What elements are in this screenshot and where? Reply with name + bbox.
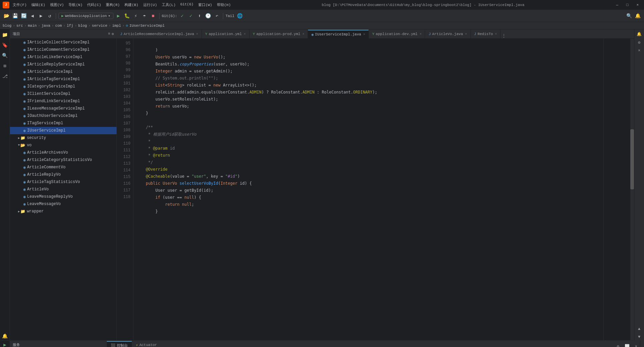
- tab-close-active[interactable]: ×: [363, 33, 365, 36]
- breadcrumb-service[interactable]: service: [92, 24, 107, 28]
- close-right-icon[interactable]: ×: [637, 47, 641, 54]
- tab-close-yml-prod[interactable]: ×: [302, 32, 304, 36]
- git-history[interactable]: 🕐: [205, 12, 212, 20]
- debug-button[interactable]: 🐛: [123, 12, 131, 20]
- maximize-button[interactable]: □: [624, 3, 631, 7]
- tab-ArticleVo[interactable]: J ArticleVo.java ×: [425, 30, 470, 38]
- tree-item-IArticleServiceImpl[interactable]: ◉ IArticleServiceImpl: [10, 68, 116, 75]
- tree-item-vo[interactable]: ▼ 📂 vo: [10, 142, 116, 149]
- open-button[interactable]: 📂: [3, 12, 10, 20]
- tree-item-security[interactable]: ▶ 📁 security: [10, 134, 116, 142]
- tree-item-IArticleCollectServiceImpl[interactable]: ◉ IArticleCollectServiceImpl: [10, 39, 116, 46]
- git-check2[interactable]: ✓: [187, 12, 195, 20]
- breadcrumb-java[interactable]: java: [41, 24, 50, 28]
- tree-item-IArticleTagServiceImpl[interactable]: ◉ IArticleTagServiceImpl: [10, 75, 116, 83]
- tree-item-IClientServiceImpl[interactable]: ◉ IClientServiceImpl: [10, 90, 116, 98]
- vcs-icon[interactable]: ⎇: [1, 72, 9, 80]
- scrollbar-thumb[interactable]: [630, 129, 634, 190]
- back-button[interactable]: ◀: [29, 12, 36, 20]
- menu-code[interactable]: 代码(C): [85, 2, 103, 8]
- translate-icon[interactable]: 🌐: [237, 13, 243, 19]
- minimize-button[interactable]: —: [613, 3, 621, 7]
- tab-ArticleRecommendServiceImpl[interactable]: J ArticleRecommendServiceImpl.java ×: [117, 30, 202, 38]
- tab-close-articlevo[interactable]: ×: [465, 32, 467, 36]
- console-close-icon[interactable]: ×: [632, 344, 640, 347]
- tree-item-ArticleCommentVo[interactable]: ◉ ArticleCommentVo: [10, 164, 116, 171]
- sidebar-settings[interactable]: ⚙: [111, 32, 114, 36]
- menu-run[interactable]: 运行(U): [141, 2, 159, 8]
- notifications-icon[interactable]: 🔔: [1, 332, 9, 340]
- sidebar-collapse-all[interactable]: ≡: [108, 32, 110, 36]
- tree-item-IArticleLikeServiceImpl[interactable]: ◉ IArticleLikeServiceImpl: [10, 53, 116, 61]
- tab-application-prod-yml[interactable]: Y application-prod.yml ×: [250, 30, 308, 38]
- structure-icon[interactable]: ⊞: [2, 62, 7, 70]
- tree-item-ITagServiceImpl[interactable]: ◉ ITagServiceImpl: [10, 120, 116, 127]
- code-content[interactable]: ) UserVo userVo = new UserVo(); BeanUtil…: [133, 39, 603, 340]
- close-button[interactable]: ×: [634, 3, 641, 7]
- tree-item-IArticleReplyServiceImpl[interactable]: ◉ IArticleReplyServiceImpl: [10, 61, 116, 68]
- breadcrumb-impl[interactable]: impl: [112, 24, 121, 28]
- line-up-icon[interactable]: ▲: [637, 326, 641, 332]
- tab-close-yml-dev[interactable]: ×: [419, 32, 421, 36]
- stop-button[interactable]: ■: [149, 12, 157, 20]
- search-button[interactable]: 🔍: [625, 12, 633, 20]
- breadcrumb-com[interactable]: com: [55, 24, 62, 28]
- tree-item-ArticleReplyVo[interactable]: ◉ ArticleReplyVo: [10, 171, 116, 178]
- notifications-right-icon[interactable]: 🔔: [636, 31, 643, 38]
- tree-item-IFriendLinkServiceImpl[interactable]: ◉ IFriendLinkServiceImpl: [10, 98, 116, 105]
- git-check[interactable]: ✓: [179, 12, 186, 20]
- tree-item-IOauthUserServiceImpl[interactable]: ◉ IOauthUserServiceImpl: [10, 112, 116, 120]
- breadcrumb-blog2[interactable]: blog: [78, 24, 87, 28]
- tab-close[interactable]: ×: [196, 32, 198, 36]
- tab-application-yml[interactable]: Y application.yml ×: [202, 30, 250, 38]
- tree-item-ICategoryServiceImpl[interactable]: ◉ ICategoryServiceImpl: [10, 83, 116, 90]
- tree-item-ArticleCategoryStatisticsVo[interactable]: ◉ ArticleCategoryStatisticsVo: [10, 156, 116, 164]
- menu-window[interactable]: 窗口(W): [196, 2, 214, 8]
- line-down-icon[interactable]: ▼: [637, 334, 641, 340]
- tree-item-ArticleVo[interactable]: ◉ ArticleVo: [10, 186, 116, 193]
- tree-item-ILeaveMessageServiceImpl[interactable]: ◉ ILeaveMessageServiceImpl: [10, 105, 116, 112]
- tab-RedisTo[interactable]: J RedisTo ×: [471, 30, 501, 38]
- menu-git[interactable]: Git(G): [178, 2, 196, 8]
- save-button[interactable]: 💾: [11, 12, 19, 20]
- bookmark-icon[interactable]: 🔖: [1, 41, 9, 49]
- menu-view[interactable]: 视图(V): [48, 2, 66, 8]
- sync-button[interactable]: 🔄: [20, 12, 27, 20]
- menu-tools[interactable]: 工具(L): [160, 2, 178, 8]
- tab-actuator[interactable]: ⚡ Actuator: [132, 341, 161, 347]
- menu-edit[interactable]: 编辑(E): [29, 2, 47, 8]
- breadcrumb-src[interactable]: src: [16, 24, 23, 28]
- tree-item-ArticleTagStatisticsVo[interactable]: ◉ ArticleTagStatisticsVo: [10, 178, 116, 186]
- tab-console[interactable]: ⬛ 控制台: [107, 341, 132, 347]
- bottom-right-scrollbar[interactable]: [640, 341, 644, 347]
- services-run-icon[interactable]: ▶: [3, 342, 6, 347]
- undo-button[interactable]: ↺: [46, 12, 53, 20]
- tail-label[interactable]: Tail: [226, 14, 234, 18]
- tab-IUserServiceImpl[interactable]: ◉ IUserServiceImpl.java ×: [308, 30, 369, 38]
- tree-item-IUserServiceImpl[interactable]: ◉ IUserServiceImpl: [10, 127, 116, 134]
- menu-nav[interactable]: 导航(N): [66, 2, 84, 8]
- tree-item-wrapper[interactable]: ▶ 📁 wrapper: [10, 208, 116, 215]
- profile-button[interactable]: ⚡: [132, 12, 139, 20]
- git-push[interactable]: ⬆: [196, 12, 203, 20]
- menu-refactor[interactable]: 重构(R): [104, 2, 122, 8]
- notification-button[interactable]: 🔔: [634, 12, 641, 20]
- coverage-button[interactable]: ☂: [141, 12, 148, 20]
- tab-close-redis[interactable]: ×: [495, 32, 497, 36]
- tree-item-LeaveMessageVo[interactable]: ◉ LeaveMessageVo: [10, 200, 116, 208]
- tree-item-IArticleCommentServiceImpl[interactable]: ◉ IArticleCommentServiceImpl: [10, 46, 116, 53]
- project-icon[interactable]: 📁: [1, 31, 9, 39]
- git-undo[interactable]: ↶: [213, 12, 221, 20]
- run-config-selector[interactable]: ▶ WebBasicApplication ▾: [58, 13, 113, 19]
- breadcrumb-lfj[interactable]: lfj: [67, 24, 73, 28]
- tab-close-yml[interactable]: ×: [244, 32, 246, 36]
- tab-application-dev-yml[interactable]: Y application-dev.yml ×: [369, 30, 425, 38]
- find-icon[interactable]: 🔍: [1, 51, 9, 60]
- run-button[interactable]: ▶: [115, 12, 122, 20]
- tree-item-ArticleArchivesVo[interactable]: ◉ ArticleArchivesVo: [10, 149, 116, 156]
- breadcrumb-main[interactable]: main: [28, 24, 36, 28]
- settings-right-icon[interactable]: ⚙: [637, 39, 641, 46]
- menu-help[interactable]: 帮助(H): [215, 2, 233, 8]
- tab-more[interactable]: ⋮: [502, 33, 506, 38]
- menu-file[interactable]: 文件(F): [11, 2, 29, 8]
